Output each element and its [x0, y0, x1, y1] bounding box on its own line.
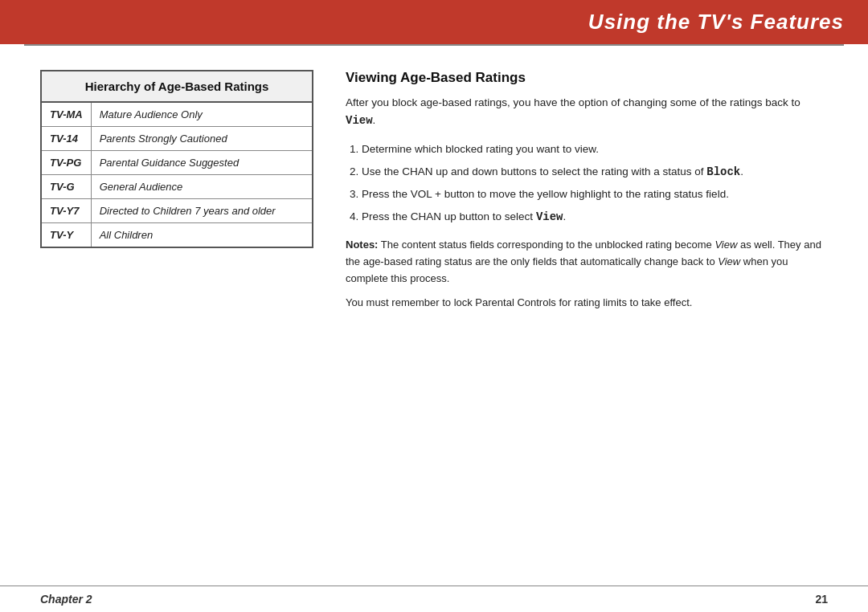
table-row: TV-GGeneral Audience [41, 175, 313, 199]
table-row: TV-Y7Directed to Children 7 years and ol… [41, 199, 313, 223]
footer-chapter: Chapter 2 [40, 593, 92, 606]
page-title: Using the TV's Features [588, 10, 844, 35]
notes-italic2: View [718, 255, 740, 267]
step-2: Use the CHAN up and down buttons to sele… [362, 163, 828, 181]
notes-label: Notes: [346, 239, 378, 251]
table-row: TV-14Parents Strongly Cautioned [41, 127, 313, 151]
reminder-text: You must remember to lock Parental Contr… [346, 295, 828, 312]
page-footer: Chapter 2 21 [0, 585, 868, 612]
hierarchy-table: Hierarchy of Age-Based Ratings TV-MAMatu… [40, 70, 313, 248]
step-1: Determine which blocked rating you want … [362, 141, 828, 158]
intro-end: . [373, 114, 376, 126]
rating-description: Directed to Children 7 years and older [91, 199, 313, 223]
intro-bold-word: View [346, 114, 373, 127]
rating-code: TV-G [41, 175, 91, 199]
rating-code: TV-Y [41, 223, 91, 248]
rating-code: TV-14 [41, 127, 91, 151]
step-4: Press the CHAN up button to select View. [362, 208, 828, 226]
content-area: Hierarchy of Age-Based Ratings TV-MAMatu… [0, 46, 868, 328]
rating-description: General Audience [91, 175, 313, 199]
intro-text: After you block age-based ratings, you h… [346, 96, 800, 108]
table-row: TV-PGParental Guidance Suggested [41, 151, 313, 175]
rating-description: Parental Guidance Suggested [91, 151, 313, 175]
right-column: Viewing Age-Based Ratings After you bloc… [346, 70, 828, 312]
rating-code: TV-PG [41, 151, 91, 175]
rating-code: TV-MA [41, 102, 91, 127]
rating-description: Mature Audience Only [91, 102, 313, 127]
section-title: Viewing Age-Based Ratings [346, 70, 828, 86]
table-row: TV-YAll Children [41, 223, 313, 248]
step-3: Press the VOL + button to move the yello… [362, 186, 828, 203]
notes-italic1: View [714, 239, 737, 251]
footer-page-number: 21 [815, 593, 828, 606]
notes-block: Notes: The content status fields corresp… [346, 237, 828, 287]
rating-description: Parents Strongly Cautioned [91, 127, 313, 151]
steps-list: Determine which blocked rating you want … [362, 141, 828, 226]
rating-code: TV-Y7 [41, 199, 91, 223]
table-header: Hierarchy of Age-Based Ratings [41, 71, 313, 102]
intro-paragraph: After you block age-based ratings, you h… [346, 94, 828, 129]
left-column: Hierarchy of Age-Based Ratings TV-MAMatu… [40, 70, 313, 312]
rating-description: All Children [91, 223, 313, 248]
table-row: TV-MAMature Audience Only [41, 102, 313, 127]
step2-bold: Block [706, 165, 740, 178]
page-header: Using the TV's Features [0, 0, 868, 44]
step4-bold: View [536, 210, 563, 223]
